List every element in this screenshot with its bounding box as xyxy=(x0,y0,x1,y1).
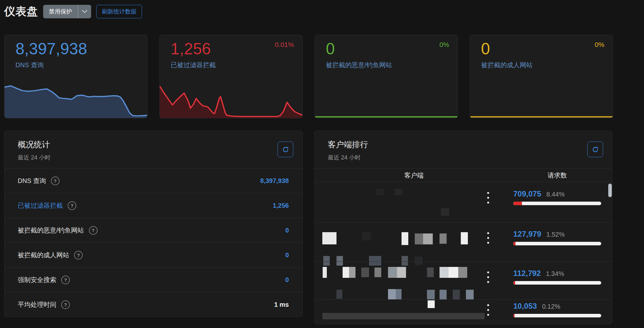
stat-row: 被拦截的成人网站? 0 xyxy=(5,242,302,267)
stat-value: 0 xyxy=(285,251,289,259)
refresh-panel-button[interactable] xyxy=(278,141,293,157)
client-request-count: 10,053 xyxy=(513,302,537,311)
panel-subtitle: 最近 24 小时 xyxy=(18,154,293,161)
help-icon[interactable]: ? xyxy=(89,226,98,235)
stat-label: 平均处理时间 xyxy=(18,300,56,309)
panel-header: 客户端排行 最近 24 小时 xyxy=(315,131,612,168)
card-value: 8,397,938 xyxy=(15,40,87,58)
refresh-icon xyxy=(282,146,289,153)
kebab-menu-icon[interactable] xyxy=(487,232,489,244)
help-icon[interactable]: ? xyxy=(74,251,83,260)
client-progress-bar xyxy=(513,202,601,205)
horizontal-scrollbar-thumb[interactable] xyxy=(322,313,485,319)
chevron-down-icon xyxy=(82,10,88,14)
disable-protection-label[interactable]: 禁用保护 xyxy=(43,5,78,18)
stat-label: DNS 查询 xyxy=(18,177,46,185)
top-clients-panel: 客户端排行 最近 24 小时 客户端 请求数 709,0758.44% 127,… xyxy=(314,131,612,324)
kebab-menu-icon[interactable] xyxy=(487,192,489,204)
client-request-count: 127,979 xyxy=(513,230,541,239)
client-progress-bar xyxy=(513,281,601,285)
clients-table-header: 客户端 请求数 xyxy=(315,168,612,182)
dns-queries-sparkline xyxy=(5,79,147,118)
help-icon[interactable]: ? xyxy=(61,300,70,309)
card-value: 0 xyxy=(481,40,490,58)
blocked-malware-sparkline xyxy=(315,79,458,118)
stat-row: 平均处理时间? 1 ms xyxy=(5,292,302,317)
card-label-link[interactable]: 被拦截的恶意/钓鱼网站 xyxy=(326,61,392,69)
page-title: 仪表盘 xyxy=(4,4,38,19)
protection-dropdown-toggle[interactable] xyxy=(78,5,91,18)
card-label-link[interactable]: 被拦截的成人网站 xyxy=(481,61,533,69)
card-blocked-malware: 0 被拦截的恶意/钓鱼网站 0% xyxy=(315,35,458,118)
card-label-link[interactable]: 已被过滤器拦截 xyxy=(171,61,216,69)
card-blocked-by-filters: 1,256 已被过滤器拦截 0.01% xyxy=(159,35,303,118)
refresh-icon xyxy=(592,146,599,153)
stat-row: 被拦截的恶意/钓鱼网站? 0 xyxy=(5,218,302,242)
card-label-link[interactable]: DNS 查询 xyxy=(15,61,44,69)
client-row: 112,7921.34% xyxy=(315,261,612,299)
client-row: 709,0758.44% xyxy=(315,182,612,222)
client-request-percent: 0.12% xyxy=(542,303,560,310)
card-value: 1,256 xyxy=(171,40,211,58)
help-icon[interactable]: ? xyxy=(61,276,70,284)
refresh-panel-button[interactable] xyxy=(587,141,603,157)
blocked-adult-sparkline xyxy=(470,79,613,118)
help-icon[interactable]: ? xyxy=(68,201,76,210)
column-header-requests[interactable]: 请求数 xyxy=(513,171,601,180)
stat-value: 0 xyxy=(285,227,289,234)
stat-value: 0 xyxy=(285,276,289,284)
top-bar: 仪表盘 禁用保护 刷新统计数据 xyxy=(4,4,142,19)
blocked-filters-sparkline xyxy=(160,79,302,118)
stat-label-link[interactable]: 已被过滤器拦截 xyxy=(18,201,63,210)
card-blocked-adult: 0 被拦截的成人网站 0% xyxy=(470,35,613,118)
stat-cards-row: 8,397,938 DNS 查询 1,256 已被过滤器拦截 0.01% 0 被… xyxy=(4,35,613,118)
kebab-menu-icon[interactable] xyxy=(487,271,489,283)
kebab-menu-icon[interactable] xyxy=(487,304,489,316)
stat-label: 被拦截的恶意/钓鱼网站 xyxy=(18,226,84,235)
client-row: 127,9791.52% xyxy=(315,222,612,261)
general-statistics-panel: 概况统计 最近 24 小时 DNS 查询? 8,397,938 已被过滤器拦截?… xyxy=(4,131,303,317)
client-request-count: 709,075 xyxy=(513,189,541,198)
card-value: 0 xyxy=(326,40,335,58)
client-request-count: 112,792 xyxy=(513,269,541,278)
card-percent: 0% xyxy=(595,41,604,49)
client-request-percent: 8.44% xyxy=(546,191,565,198)
panel-title: 客户端排行 xyxy=(328,139,602,150)
panel-title: 概况统计 xyxy=(18,139,293,150)
card-percent: 0.01% xyxy=(275,41,294,49)
stat-value: 8,397,938 xyxy=(260,177,289,185)
client-progress-bar xyxy=(513,242,601,245)
column-header-client[interactable]: 客户端 xyxy=(315,171,513,180)
stat-row: DNS 查询? 8,397,938 xyxy=(5,168,302,193)
card-percent: 0% xyxy=(440,41,449,49)
client-progress-bar xyxy=(513,314,601,317)
panel-header: 概况统计 最近 24 小时 xyxy=(5,131,302,168)
vertical-scrollbar-thumb[interactable] xyxy=(608,184,612,197)
stat-row: 强制安全搜索? 0 xyxy=(5,267,302,292)
client-request-percent: 1.34% xyxy=(546,270,564,278)
client-row: 10,0530.12% xyxy=(315,299,612,324)
stat-label: 被拦截的成人网站 xyxy=(18,251,69,260)
stat-label: 强制安全搜索 xyxy=(18,276,56,284)
disable-protection-button[interactable]: 禁用保护 xyxy=(43,5,91,18)
client-request-percent: 1.52% xyxy=(546,231,565,238)
stat-value: 1,256 xyxy=(273,202,289,209)
help-icon[interactable]: ? xyxy=(51,177,60,185)
stat-row: 已被过滤器拦截? 1,256 xyxy=(5,193,302,218)
stat-value: 1 ms xyxy=(274,301,289,308)
dashboard-page: 仪表盘 禁用保护 刷新统计数据 8,397,938 DNS 查询 1,256 已… xyxy=(0,0,644,328)
panel-subtitle: 最近 24 小时 xyxy=(328,154,602,161)
card-dns-queries: 8,397,938 DNS 查询 xyxy=(4,35,147,118)
refresh-statistics-button[interactable]: 刷新统计数据 xyxy=(96,5,142,18)
